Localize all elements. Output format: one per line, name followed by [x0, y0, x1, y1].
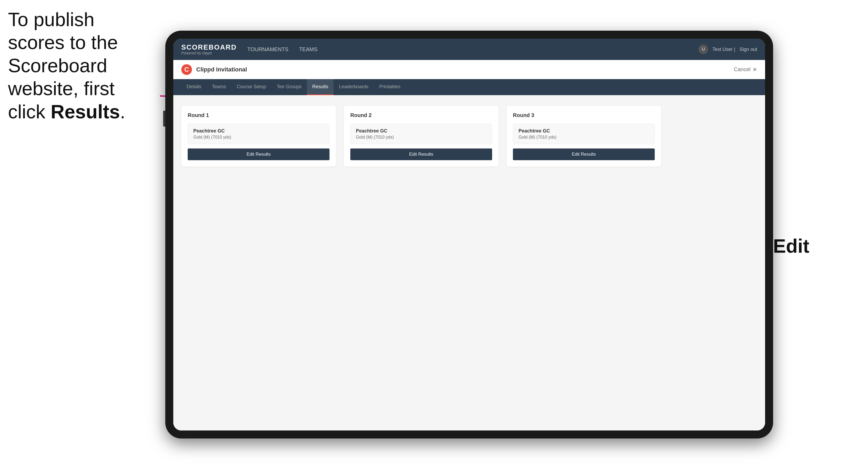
logo-sub: Powered by clippd — [181, 51, 237, 55]
course-name-2: Peachtree GC — [356, 128, 487, 134]
nav-tournaments[interactable]: TOURNAMENTS — [247, 44, 288, 55]
course-name-3: Peachtree GC — [519, 128, 649, 134]
course-detail-3: Gold (M) (7010 yds) — [519, 135, 649, 140]
tab-results[interactable]: Results — [307, 79, 334, 95]
course-card-1: Peachtree GC Gold (M) (7010 yds) — [188, 124, 330, 144]
instruction-left-suffix: . — [120, 101, 125, 122]
sign-out-link[interactable]: Sign out — [740, 46, 757, 52]
tab-details[interactable]: Details — [181, 79, 207, 95]
nav-right: U Test User | Sign out — [699, 44, 757, 54]
top-nav: SCOREBOARD Powered by clippd TOURNAMENTS… — [173, 39, 765, 60]
power-button — [163, 111, 165, 127]
round-1-label: Round 1 — [188, 112, 330, 118]
edit-results-button-1[interactable]: Edit Results — [188, 149, 330, 160]
tournament-header: C Clippd Invitational Cancel ✕ — [173, 60, 765, 79]
round-3-label: Round 3 — [513, 112, 655, 118]
course-card-3: Peachtree GC Gold (M) (7010 yds) — [513, 124, 655, 144]
tablet-device: SCOREBOARD Powered by clippd TOURNAMENTS… — [165, 31, 773, 438]
course-detail-2: Gold (M) (7010 yds) — [356, 135, 487, 140]
tournament-title-area: C Clippd Invitational — [181, 64, 247, 75]
nav-teams[interactable]: TEAMS — [299, 44, 317, 55]
course-detail-1: Gold (M) (7010 yds) — [193, 135, 324, 140]
course-name-1: Peachtree GC — [193, 128, 324, 134]
cancel-button[interactable]: Cancel ✕ — [734, 66, 757, 73]
nav-links: TOURNAMENTS TEAMS — [247, 44, 699, 55]
logo-area: SCOREBOARD Powered by clippd — [181, 44, 237, 55]
round-card-3: Round 3 Peachtree GC Gold (M) (7010 yds)… — [506, 106, 661, 166]
tournament-name: Clippd Invitational — [196, 66, 247, 73]
course-card-2: Peachtree GC Gold (M) (7010 yds) — [350, 124, 492, 144]
instruction-bold-results: Results — [51, 101, 120, 122]
round-2-label: Round 2 — [350, 112, 492, 118]
edit-results-button-2[interactable]: Edit Results — [350, 149, 492, 160]
user-label: Test User | — [712, 46, 735, 52]
user-avatar: U — [699, 44, 708, 54]
edit-results-button-3[interactable]: Edit Results — [513, 149, 655, 160]
tab-tee-groups[interactable]: Tee Groups — [271, 79, 307, 95]
sub-nav: Details Teams Course Setup Tee Groups Re… — [173, 79, 765, 95]
clippd-icon: C — [181, 64, 192, 75]
logo-text: SCOREBOARD — [181, 44, 237, 51]
tab-leaderboards[interactable]: Leaderboards — [334, 79, 374, 95]
tablet-screen: SCOREBOARD Powered by clippd TOURNAMENTS… — [173, 39, 765, 431]
tab-printables[interactable]: Printables — [374, 79, 406, 95]
rounds-grid: Round 1 Peachtree GC Gold (M) (7010 yds)… — [181, 106, 661, 166]
tab-teams[interactable]: Teams — [207, 79, 231, 95]
tab-course-setup[interactable]: Course Setup — [231, 79, 271, 95]
main-content: Round 1 Peachtree GC Gold (M) (7010 yds)… — [173, 95, 765, 431]
round-card-2: Round 2 Peachtree GC Gold (M) (7010 yds)… — [344, 106, 498, 166]
round-card-1: Round 1 Peachtree GC Gold (M) (7010 yds)… — [181, 106, 336, 166]
instruction-left: To publish scores to the Scoreboard webs… — [8, 8, 147, 123]
close-icon: ✕ — [752, 66, 757, 73]
